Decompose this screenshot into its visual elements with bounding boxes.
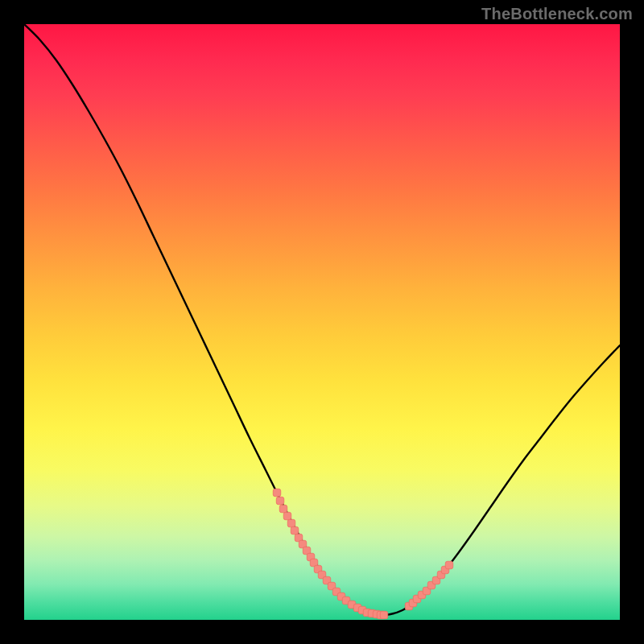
bottleneck-curve [24,24,620,615]
marker-cluster-left [273,489,388,619]
data-marker [279,505,287,513]
data-marker [276,497,284,505]
data-marker [283,512,291,520]
data-marker [445,561,453,569]
data-marker [273,489,281,497]
data-marker [291,526,299,535]
data-marker [287,519,295,527]
marker-cluster-right [405,561,453,610]
plot-svg [24,24,620,620]
data-marker [380,611,388,619]
chart-plot-area [24,24,620,620]
watermark-text: TheBottleneck.com [481,5,633,23]
